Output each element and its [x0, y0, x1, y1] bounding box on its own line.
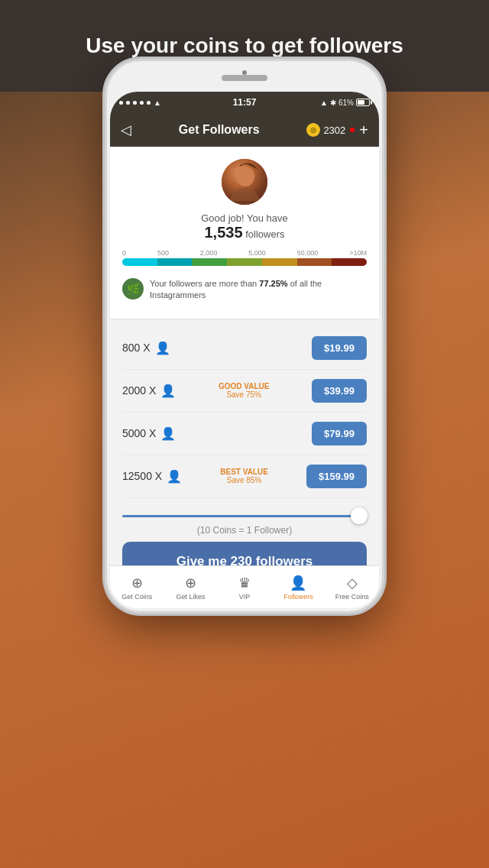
navigation-bar: ◁ Get Followers ◎ 2302 + — [110, 113, 379, 147]
package-row-5000: 5000 X 👤 $79.99 — [122, 413, 367, 455]
prog-label-5000: 5,000 — [248, 249, 266, 257]
tab-label-vip: VIP — [239, 593, 251, 601]
status-bar: ▲ 11:57 ▲ ✱ 61% — [110, 92, 379, 113]
wifi-icon: ▲ — [154, 99, 161, 107]
package-amount-12500: 12500 X 👤 — [122, 469, 182, 484]
cta-section: Give me 230 followers — [110, 542, 379, 565]
phone-mockup: ▲ 11:57 ▲ ✱ 61% ◁ Get Followers — [107, 61, 382, 611]
buy-button-12500[interactable]: $159.99 — [306, 465, 367, 488]
add-coins-button[interactable]: + — [359, 121, 368, 139]
stats-icon: 🌿 — [122, 278, 144, 300]
buy-button-5000[interactable]: $79.99 — [312, 422, 367, 445]
tab-followers[interactable]: 👤 Followers — [271, 566, 325, 608]
prog-label-0: 0 — [122, 249, 126, 257]
tab-free-coins[interactable]: ◇ Free Coins — [325, 566, 379, 608]
amount-text-2000: 2000 X — [122, 384, 156, 397]
get-likes-icon: ⊕ — [185, 575, 196, 591]
package-center-12500: BEST VALUE Save 85% — [220, 468, 268, 484]
get-coins-icon: ⊕ — [131, 575, 143, 591]
buy-button-2000[interactable]: $39.99 — [312, 379, 367, 403]
buy-button-800[interactable]: $19.99 — [312, 336, 367, 360]
tab-vip[interactable]: ♛ VIP — [218, 566, 271, 608]
tab-label-free-coins: Free Coins — [335, 593, 369, 601]
profile-section: Good job! You have 1,535 followers 0 500… — [110, 147, 379, 319]
tab-get-coins[interactable]: ⊕ Get Coins — [110, 566, 164, 608]
package-amount-5000: 5000 X 👤 — [122, 426, 176, 441]
coin-icon: ◎ — [306, 123, 320, 137]
progress-bar — [122, 258, 367, 266]
nav-right-controls: ◎ 2302 + — [306, 121, 368, 139]
coins-equivalency-label: (10 Coins = 1 Follower) — [110, 522, 379, 542]
person-icon-12500: 👤 — [167, 469, 182, 484]
best-value-label: BEST VALUE — [220, 468, 268, 476]
signal-dot-4 — [140, 101, 144, 105]
tab-bar: ⊕ Get Coins ⊕ Get Likes ♛ VIP 👤 Follower… — [110, 565, 379, 608]
battery-icon — [356, 99, 370, 106]
tab-label-followers: Followers — [283, 593, 313, 601]
nav-title: Get Followers — [179, 123, 260, 137]
progress-container: 0 500 2,000 5,000 50,000 >10M — [122, 249, 367, 266]
stats-text: Your followers are more than 77.25% of a… — [150, 278, 367, 302]
status-left: ▲ — [119, 99, 161, 107]
give-followers-button[interactable]: Give me 230 followers — [122, 542, 367, 565]
battery-fill — [358, 100, 364, 105]
bluetooth-icon: ✱ — [330, 99, 336, 107]
battery-percent: 61% — [338, 99, 354, 107]
package-center-2000: GOOD VALUE Save 75% — [219, 382, 269, 399]
avatar-image — [222, 159, 267, 205]
avatar — [222, 159, 267, 205]
person-icon-800: 👤 — [155, 341, 170, 355]
battery-body — [356, 99, 370, 106]
greeting-text: Good job! You have 1,535 followers — [201, 212, 288, 241]
back-button[interactable]: ◁ — [121, 121, 131, 138]
signal-bars-icon: ▲ — [320, 99, 328, 107]
package-amount-2000: 2000 X 👤 — [122, 384, 176, 398]
phone-body: ▲ 11:57 ▲ ✱ 61% ◁ Get Followers — [107, 61, 382, 611]
packages-section: 800 X 👤 $19.99 2000 X 👤 GOOD VALUE — [110, 319, 379, 506]
package-row-2000: 2000 X 👤 GOOD VALUE Save 75% $39.99 — [122, 370, 367, 413]
slider-track[interactable] — [122, 515, 367, 517]
prog-label-max: >10M — [349, 249, 367, 257]
main-content: Good job! You have 1,535 followers 0 500… — [110, 147, 379, 565]
tab-label-get-coins: Get Coins — [121, 593, 152, 601]
package-row-12500: 12500 X 👤 BEST VALUE Save 85% $159.99 — [122, 455, 367, 498]
prog-label-500: 500 — [157, 249, 169, 257]
tab-get-likes[interactable]: ⊕ Get Likes — [164, 566, 217, 608]
progress-seg-5 — [262, 258, 297, 266]
progress-seg-2 — [157, 258, 193, 266]
progress-labels: 0 500 2,000 5,000 50,000 >10M — [122, 249, 367, 257]
status-time: 11:57 — [233, 97, 257, 108]
free-coins-icon: ◇ — [347, 575, 358, 591]
slider-thumb[interactable] — [351, 507, 368, 524]
slider-section — [110, 506, 379, 522]
follower-number: 1,535 — [205, 224, 243, 241]
vip-icon: ♛ — [238, 575, 251, 591]
status-right: ▲ ✱ 61% — [320, 99, 370, 107]
save-label-12500: Save 85% — [220, 476, 268, 484]
prog-label-2000: 2,000 — [200, 249, 218, 257]
coin-amount: 2302 — [323, 125, 345, 136]
phone-speaker — [222, 75, 267, 81]
signal-dot-3 — [133, 101, 137, 105]
amount-text-12500: 12500 X — [122, 470, 162, 482]
package-row-800: 800 X 👤 $19.99 — [122, 327, 367, 370]
leaf-icon: 🌿 — [127, 283, 140, 295]
header-title: Use your coins to get followers — [86, 33, 403, 59]
signal-dot-1 — [119, 101, 123, 105]
stats-row: 🌿 Your followers are more than 77.25% of… — [122, 274, 367, 306]
good-value-label: GOOD VALUE — [219, 382, 269, 390]
follower-label: followers — [245, 228, 284, 240]
progress-seg-6 — [297, 258, 332, 266]
notification-dot — [350, 128, 355, 132]
coin-balance: ◎ 2302 — [306, 123, 345, 137]
person-icon-2000: 👤 — [160, 384, 176, 398]
amount-text-800: 800 X — [122, 342, 151, 354]
progress-seg-4 — [227, 258, 262, 266]
signal-dot-2 — [126, 101, 130, 105]
tab-label-get-likes: Get Likes — [176, 593, 206, 601]
person-icon-5000: 👤 — [160, 426, 176, 441]
progress-seg-3 — [192, 258, 227, 266]
save-label-2000: Save 75% — [219, 390, 269, 399]
package-amount-800: 800 X 👤 — [122, 341, 170, 355]
prog-label-50000: 50,000 — [297, 249, 319, 257]
